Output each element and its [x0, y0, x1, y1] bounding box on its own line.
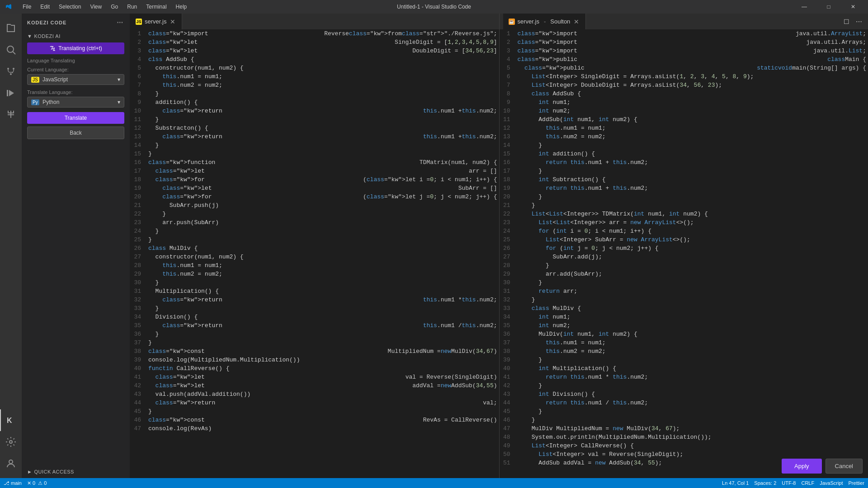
- table-row: 10 class="kw">return this.num1 + this.nu…: [130, 107, 499, 115]
- activity-account[interactable]: [0, 453, 22, 474]
- line-content: class="kw">let: [148, 167, 469, 175]
- apply-button[interactable]: Apply: [782, 459, 822, 474]
- js-flag: JS: [31, 77, 39, 83]
- right-panel-actions: ☐ ⋯: [841, 16, 864, 27]
- table-row: 35 class="kw">return this.num1 / this.nu…: [130, 321, 499, 330]
- table-row: 34 Division() {: [130, 313, 499, 321]
- line-number: 22: [130, 210, 148, 218]
- translating-button[interactable]: Translating (ctrl+t): [27, 42, 124, 54]
- line-content: MulDiv(int num1, int num2) {: [518, 330, 867, 338]
- indentation[interactable]: Spaces: 2: [754, 480, 776, 486]
- activity-run[interactable]: [0, 82, 22, 104]
- right-panel-tabs: ☕ server.js - Soulton ✕: [503, 14, 586, 29]
- table-row: 32 class="kw">return this.num1 * this.nu…: [130, 296, 499, 304]
- line-number: 44: [500, 399, 518, 407]
- table-row: 49 List<Integer> CallReverse() {: [500, 441, 868, 450]
- restore-button[interactable]: □: [818, 0, 839, 14]
- line-ending[interactable]: CRLF: [801, 480, 814, 486]
- line-number: 31: [500, 287, 518, 296]
- table-row: 31 Multiplication() {: [130, 287, 499, 296]
- right-tab-subtitle: Soulton: [550, 18, 570, 25]
- line-number: 19: [500, 184, 518, 192]
- cancel-button[interactable]: Cancel: [826, 459, 863, 474]
- activity-search[interactable]: [0, 39, 22, 61]
- table-row: 1class="kw">import java.util.ArrayList;: [500, 29, 868, 38]
- line-content: class="kw">import: [148, 29, 324, 38]
- line-number: 39: [130, 356, 148, 364]
- activity-extensions[interactable]: [0, 104, 22, 126]
- right-tab-close[interactable]: ✕: [573, 18, 580, 25]
- left-editor-tab[interactable]: JS server.js ✕: [130, 14, 182, 29]
- activity-explorer[interactable]: [0, 17, 22, 39]
- line-content: class="kw">import: [518, 29, 796, 38]
- line-number: 37: [130, 338, 148, 347]
- table-row: 41 return this.num1 * this.num2;: [500, 373, 868, 381]
- line-content: List<Integer> SubArr = new ArrayList<>()…: [518, 235, 867, 244]
- line-number: 26: [130, 244, 148, 253]
- editor-area: JS server.js ✕ 1class="kw">import Revers…: [130, 14, 868, 478]
- menu-go[interactable]: Go: [107, 3, 122, 11]
- split-editor-button[interactable]: ☐: [841, 16, 852, 27]
- translate-language-select[interactable]: Py Python ▾: [27, 97, 124, 108]
- line-content: val.push(addVal.addition()): [148, 390, 497, 399]
- line-content: return this.num1 + this.num2;: [518, 158, 867, 167]
- activity-settings[interactable]: [0, 431, 22, 453]
- line-number: 47: [500, 424, 518, 433]
- encoding[interactable]: UTF-8: [782, 480, 796, 486]
- kodezi-ai-section-title[interactable]: ▼ KODEZI AI: [27, 33, 124, 39]
- quick-access-section[interactable]: ► QUICK ACCESS: [22, 465, 130, 478]
- line-number: 1: [500, 29, 518, 38]
- more-actions-button[interactable]: ⋯: [854, 16, 864, 27]
- line-content: for (int i = 0; i < num1; i++) {: [518, 227, 867, 235]
- right-code-editor[interactable]: 1class="kw">import java.util.ArrayList;2…: [500, 29, 868, 478]
- line-content: }: [518, 278, 867, 287]
- right-panel-header: ☕ server.js - Soulton ✕ ☐ ⋯: [500, 14, 868, 29]
- line-number: 45: [130, 407, 148, 416]
- line-number: 44: [130, 399, 148, 407]
- line-content: class="kw">return: [148, 321, 423, 330]
- line-number: 16: [500, 158, 518, 167]
- line-content: }: [518, 167, 867, 175]
- cursor-position[interactable]: Ln 47, Col 1: [722, 480, 749, 486]
- table-row: 43 int Division() {: [500, 390, 868, 399]
- activity-kodezi[interactable]: K: [0, 409, 22, 431]
- table-row: 6 List<Integer> SingleDigit = Arrays.asL…: [500, 72, 868, 81]
- translate-button[interactable]: Translate: [27, 112, 124, 124]
- formatter[interactable]: Prettier: [849, 480, 864, 486]
- menu-edit[interactable]: Edit: [37, 3, 53, 11]
- right-editor-tab[interactable]: ☕ server.js - Soulton ✕: [503, 14, 586, 29]
- menu-selection[interactable]: Selection: [55, 3, 85, 11]
- line-number: 11: [500, 115, 518, 124]
- sidebar-more-button[interactable]: ⋯: [115, 18, 124, 27]
- table-row: 42 }: [500, 381, 868, 390]
- language-mode[interactable]: JavaScript: [820, 480, 843, 486]
- current-language-value: JavaScript: [42, 76, 68, 83]
- minimize-button[interactable]: —: [794, 0, 815, 14]
- left-code-editor[interactable]: 1class="kw">import Reverse class="kw">fr…: [130, 29, 499, 478]
- line-number: 4: [130, 55, 148, 64]
- line-content: class="kw">return: [148, 132, 423, 141]
- line-content: }: [148, 304, 497, 313]
- line-number: 51: [500, 459, 518, 467]
- left-tab-close[interactable]: ✕: [169, 18, 176, 25]
- line-number: 3: [500, 47, 518, 55]
- activity-scm[interactable]: [0, 61, 22, 82]
- menu-terminal[interactable]: Terminal: [142, 3, 170, 11]
- branch-info[interactable]: ⎇ main: [4, 480, 22, 486]
- line-content: this.num2 = num2;: [148, 270, 497, 278]
- line-number: 6: [130, 72, 148, 81]
- line-content: class="kw">for: [148, 192, 363, 201]
- menu-run[interactable]: Run: [123, 3, 141, 11]
- line-number: 3: [130, 47, 148, 55]
- current-language-select[interactable]: JS JavaScript ▾: [27, 74, 124, 85]
- menu-file[interactable]: File: [19, 3, 35, 11]
- line-number: 9: [130, 98, 148, 107]
- close-button[interactable]: ✕: [843, 0, 863, 14]
- line-number: 29: [500, 270, 518, 278]
- errors-count[interactable]: ✕ 0 ⚠ 0: [27, 480, 47, 486]
- back-button[interactable]: Back: [27, 127, 124, 139]
- line-content: class AddSub {: [518, 89, 867, 98]
- table-row: 27 constructor(num1, num2) {: [130, 253, 499, 261]
- menu-help[interactable]: Help: [172, 3, 191, 11]
- menu-view[interactable]: View: [86, 3, 105, 11]
